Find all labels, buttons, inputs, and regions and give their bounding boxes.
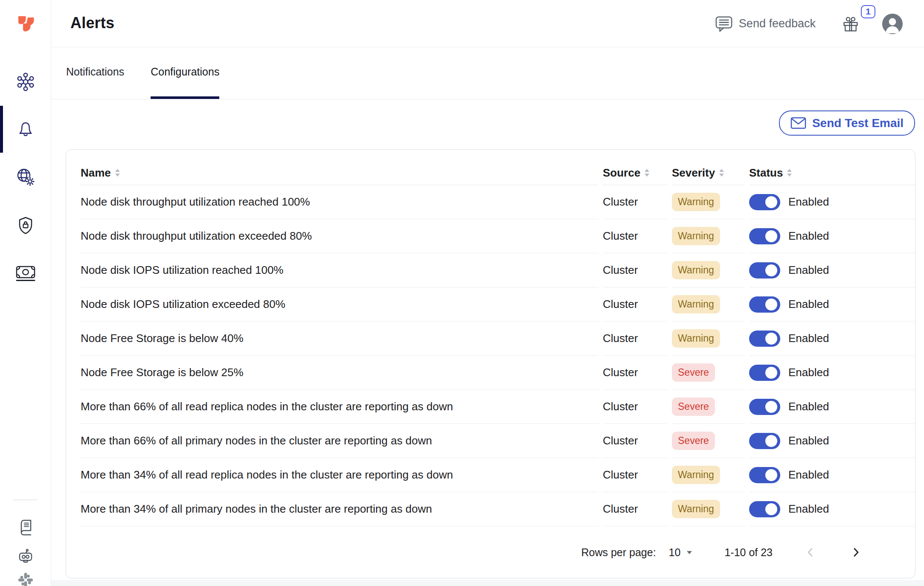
toggle-knob <box>765 401 777 413</box>
send-test-email-button[interactable]: Send Test Email <box>779 110 915 136</box>
table-row: Node Free Storage is below 25% Cluster S… <box>66 356 915 390</box>
bell-icon <box>17 120 35 138</box>
severity-badge: Severe <box>672 363 715 382</box>
table-row: Node disk IOPS utilization reached 100% … <box>66 253 915 287</box>
alert-name: More than 34% of all primary nodes in th… <box>81 492 599 526</box>
top-header: Alerts Send feedback 1 <box>51 0 924 47</box>
sidebar-item-slack[interactable] <box>15 570 36 586</box>
alert-name: Node disk throughput utilization reached… <box>81 185 599 219</box>
alert-source: Cluster <box>603 458 668 492</box>
gift-icon <box>842 15 859 32</box>
status-toggle[interactable] <box>749 433 780 449</box>
sidebar <box>0 0 51 586</box>
status-toggle[interactable] <box>749 262 780 278</box>
alert-name: Node disk IOPS utilization exceeded 80% <box>81 287 599 322</box>
sidebar-item-alerts[interactable] <box>15 119 36 139</box>
table-header-row: Name Source Severity Status <box>66 150 915 185</box>
sort-icon <box>644 168 650 177</box>
notification-count-badge: 1 <box>861 5 875 18</box>
status-label: Enabled <box>788 229 829 243</box>
sidebar-item-docs[interactable] <box>15 517 36 537</box>
alert-name: More than 66% of all read replica nodes … <box>81 390 599 424</box>
alert-source: Cluster <box>603 356 668 390</box>
user-avatar[interactable] <box>882 14 903 34</box>
sidebar-item-support-bot[interactable] <box>15 546 36 566</box>
alert-name: More than 66% of all primary nodes in th… <box>81 424 599 458</box>
book-icon <box>17 518 34 536</box>
status-toggle[interactable] <box>749 467 780 483</box>
alert-name: Node disk throughput utilization exceede… <box>81 219 599 253</box>
table-row: More than 66% of all primary nodes in th… <box>66 424 915 458</box>
send-feedback-button[interactable]: Send feedback <box>715 15 816 33</box>
table-row: Node disk throughput utilization exceede… <box>66 219 915 253</box>
pagination-bar: Rows per page: 10 1-10 of 23 <box>66 526 915 578</box>
sidebar-item-clusters[interactable] <box>15 72 36 92</box>
column-header-source[interactable]: Source <box>603 161 668 185</box>
sidebar-item-billing[interactable] <box>15 263 36 284</box>
sidebar-divider <box>13 499 38 500</box>
table-row: Node Free Storage is below 40% Cluster W… <box>66 322 915 356</box>
sort-icon <box>719 168 724 177</box>
severity-badge: Warning <box>672 261 720 279</box>
next-page-button[interactable] <box>848 545 863 560</box>
alert-name: More than 34% of all read replica nodes … <box>81 458 599 492</box>
table-row: More than 66% of all read replica nodes … <box>66 390 915 424</box>
severity-badge: Warning <box>672 466 720 484</box>
status-toggle[interactable] <box>749 399 780 415</box>
previous-page-button[interactable] <box>803 545 818 560</box>
severity-badge: Warning <box>672 329 720 348</box>
alert-source: Cluster <box>603 253 668 287</box>
robot-icon <box>17 548 35 565</box>
tab-bar: Notifications Configurations <box>51 47 924 99</box>
status-toggle[interactable] <box>749 228 780 244</box>
page-bottom-strip <box>51 580 924 586</box>
alert-source: Cluster <box>603 390 668 424</box>
toggle-knob <box>765 469 777 481</box>
severity-badge: Warning <box>672 295 720 313</box>
active-nav-indicator <box>0 106 3 153</box>
alert-source: Cluster <box>603 219 668 253</box>
alert-source: Cluster <box>603 322 668 356</box>
cluster-icon <box>16 72 35 92</box>
globe-settings-icon <box>15 167 36 187</box>
status-label: Enabled <box>788 468 829 482</box>
severity-badge: Warning <box>672 193 720 211</box>
toggle-knob <box>765 299 777 310</box>
sidebar-item-network[interactable] <box>15 167 36 187</box>
mail-icon <box>790 117 806 129</box>
chevron-right-icon <box>850 547 861 558</box>
brand-logo[interactable] <box>15 13 36 34</box>
main-content: Alerts Send feedback 1 <box>51 0 924 586</box>
table-row: More than 34% of all read replica nodes … <box>66 458 915 492</box>
status-label: Enabled <box>788 502 829 516</box>
status-toggle[interactable] <box>749 331 780 347</box>
column-header-name[interactable]: Name <box>81 161 599 185</box>
billing-money-icon <box>15 264 36 282</box>
table-row: More than 34% of all primary nodes in th… <box>66 492 915 526</box>
severity-badge: Warning <box>672 227 720 245</box>
column-header-severity[interactable]: Severity <box>672 161 745 185</box>
alerts-config-table: Name Source Severity Status Node disk th… <box>66 149 915 578</box>
status-label: Enabled <box>788 195 829 209</box>
page-title: Alerts <box>70 14 114 32</box>
severity-badge: Warning <box>672 500 720 518</box>
table-body: Node disk throughput utilization reached… <box>66 185 915 526</box>
whats-new-button[interactable]: 1 <box>842 15 859 32</box>
chevron-left-icon <box>805 547 816 558</box>
status-toggle[interactable] <box>749 501 780 517</box>
column-header-status[interactable]: Status <box>749 161 915 185</box>
status-toggle[interactable] <box>749 296 780 313</box>
send-test-email-label: Send Test Email <box>812 116 904 130</box>
status-toggle[interactable] <box>749 194 780 210</box>
tab-notifications[interactable]: Notifications <box>66 47 124 99</box>
severity-badge: Severe <box>672 432 715 450</box>
rows-per-page-select[interactable]: 10 <box>669 546 693 559</box>
toggle-knob <box>765 435 777 447</box>
sidebar-item-security[interactable] <box>15 215 36 235</box>
alert-source: Cluster <box>603 185 668 219</box>
dropdown-arrow-icon <box>686 551 692 554</box>
yugabyte-logo-icon <box>15 13 36 34</box>
status-label: Enabled <box>788 332 829 345</box>
tab-configurations[interactable]: Configurations <box>151 47 219 99</box>
status-toggle[interactable] <box>749 365 780 381</box>
